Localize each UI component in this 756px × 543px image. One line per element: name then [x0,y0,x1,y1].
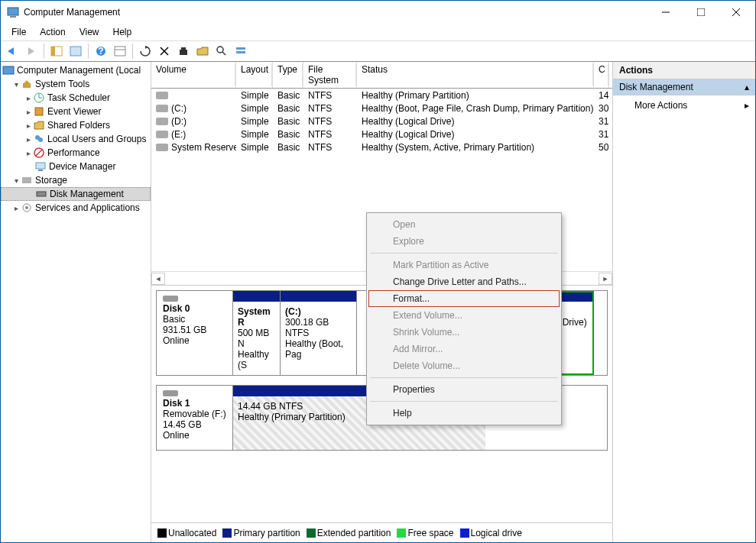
svg-rect-40 [37,192,46,196]
tree-disk-management[interactable]: Disk Management [1,187,151,201]
svg-point-42 [25,206,28,209]
ctx-properties[interactable]: Properties [368,381,560,398]
svg-rect-24 [236,51,245,53]
volume-row[interactable]: System ReservedSimpleBasicNTFSHealthy (S… [151,141,612,154]
ctx-explore[interactable]: Explore [368,233,560,250]
volume-row[interactable]: (C:)SimpleBasicNTFSHealthy (Boot, Page F… [151,102,612,115]
scroll-left-icon[interactable]: ◄ [151,273,165,285]
ctx-delete[interactable]: Delete Volume... [368,357,560,374]
swatch-free [397,528,406,538]
actions-pane: Actions Disk Management▴ More Actions▸ [613,62,755,542]
volume-row[interactable]: SimpleBasicNTFSHealthy (Primary Partitio… [151,89,612,102]
close-button[interactable] [719,1,754,24]
svg-rect-39 [22,180,31,183]
svg-line-35 [36,150,42,156]
menubar: File Action View Help [1,24,755,40]
show-hide-tree-icon[interactable] [48,43,65,60]
col-type[interactable]: Type [273,62,303,88]
tree-root[interactable]: Computer Management (Local [1,63,151,77]
app-icon [7,6,19,18]
svg-rect-19 [181,47,186,50]
col-volume[interactable]: Volume [151,62,236,88]
tree-event-viewer[interactable]: ▸Event Viewer [1,105,151,118]
scroll-right-icon[interactable]: ► [599,273,612,285]
swatch-unallocated [157,528,167,538]
ctx-change-letter[interactable]: Change Drive Letter and Paths... [368,273,560,290]
refresh-icon[interactable] [137,43,154,60]
partition[interactable]: (C:)300.18 GB NTFSHealthy (Boot, Pag [281,291,357,375]
nav-tree: Computer Management (Local ▾System Tools… [1,62,151,542]
menu-action[interactable]: Action [34,25,71,39]
svg-rect-9 [51,47,55,56]
ctx-format[interactable]: Format... [368,290,560,307]
svg-rect-10 [70,47,81,56]
menu-view[interactable]: View [73,25,105,39]
partition[interactable]: System R500 MB NHealthy (S [233,291,281,375]
list-icon[interactable] [232,43,249,60]
tree-device-manager[interactable]: Device Manager [1,160,151,173]
svg-rect-3 [697,8,705,16]
svg-rect-36 [36,163,45,169]
tree-task-scheduler[interactable]: ▸Task Scheduler [1,91,151,105]
ctx-shrink[interactable]: Shrink Volume... [368,324,560,341]
svg-rect-37 [38,170,43,171]
ctx-extend[interactable]: Extend Volume... [368,307,560,324]
volume-row[interactable]: (E:)SimpleBasicNTFSHealthy (Logical Driv… [151,128,612,141]
svg-rect-25 [3,66,14,74]
tree-performance[interactable]: ▸Performance [1,146,151,160]
volume-row[interactable]: (D:)SimpleBasicNTFSHealthy (Logical Driv… [151,115,612,128]
find-icon[interactable] [213,43,230,60]
col-capacity[interactable]: C [594,62,609,88]
toolbar: ? [1,40,755,62]
volume-header: Volume Layout Type File System Status C [151,62,612,89]
maximize-button[interactable] [683,1,719,24]
col-layout[interactable]: Layout [236,62,273,88]
legend: Unallocated Primary partition Extended p… [151,522,612,542]
help-icon[interactable]: ? [92,43,109,60]
more-actions[interactable]: More Actions▸ [613,95,755,115]
open-icon[interactable] [194,43,211,60]
disk-info: Disk 0Basic931.51 GBOnline [157,291,233,375]
svg-marker-31 [34,121,44,129]
actions-section[interactable]: Disk Management▴ [613,79,755,95]
tree-storage[interactable]: ▾Storage [1,173,151,187]
actions-title: Actions [613,62,755,79]
svg-rect-23 [236,47,245,50]
tree-system-tools[interactable]: ▾System Tools [1,77,151,91]
ctx-help[interactable]: Help [368,405,560,422]
context-menu: Open Explore Mark Partition as Active Ch… [366,212,562,425]
drive-icon [156,144,168,151]
svg-text:?: ? [98,46,103,57]
ctx-mirror[interactable]: Add Mirror... [368,341,560,357]
settings-icon[interactable] [175,43,192,60]
drive-icon [156,131,168,138]
forward-button[interactable] [23,43,40,60]
col-filesystem[interactable]: File System [303,62,357,88]
drive-icon [156,105,168,112]
window-title: Computer Management [24,7,648,18]
delete-icon[interactable] [156,43,173,60]
col-status[interactable]: Status [357,62,594,88]
collapse-icon: ▴ [745,82,749,92]
ctx-mark-active[interactable]: Mark Partition as Active [368,257,560,273]
svg-rect-38 [22,177,31,180]
view-icon[interactable] [112,43,128,60]
drive-icon [156,118,168,125]
menu-file[interactable]: File [5,25,32,39]
properties-icon[interactable] [67,43,84,60]
swatch-extended [307,528,316,538]
back-button[interactable] [4,43,21,60]
tree-services[interactable]: ▸Services and Applications [1,201,151,215]
minimize-button[interactable] [648,1,683,24]
tree-shared-folders[interactable]: ▸Shared Folders [1,118,151,132]
svg-marker-7 [28,47,34,55]
swatch-logical [460,528,469,538]
svg-rect-18 [180,50,187,55]
svg-rect-1 [10,16,16,18]
svg-rect-43 [163,296,178,302]
ctx-open[interactable]: Open [368,216,560,233]
svg-rect-30 [35,108,43,115]
menu-help[interactable]: Help [107,25,138,39]
disk-info: Disk 1Removable (F:)14.45 GBOnline [157,386,233,450]
tree-local-users[interactable]: ▸Local Users and Groups [1,132,151,146]
